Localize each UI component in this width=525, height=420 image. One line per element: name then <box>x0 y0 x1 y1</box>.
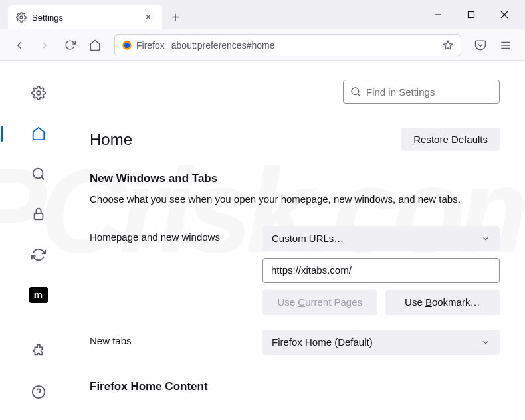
chevron-down-icon <box>481 234 490 243</box>
tab-settings[interactable]: Settings × <box>8 5 162 29</box>
svg-point-11 <box>37 92 41 96</box>
chevron-down-icon <box>481 338 490 347</box>
svg-line-13 <box>41 177 44 179</box>
new-tab-button[interactable]: + <box>165 7 186 28</box>
use-current-pages-button[interactable]: Use Current Pages <box>262 290 377 315</box>
url-text: about:preferences#home <box>171 40 435 51</box>
sidebar-item-general[interactable] <box>24 80 53 107</box>
sidebar: m <box>0 61 76 420</box>
main-panel: Home Restore Defaults New Windows and Ta… <box>76 61 525 420</box>
svg-point-17 <box>352 88 359 95</box>
section-description: Choose what you see when you open your h… <box>90 192 500 207</box>
newtabs-label: New tabs <box>90 330 255 346</box>
homepage-select[interactable]: Custom URLs… <box>262 226 500 251</box>
settings-search[interactable] <box>343 80 500 104</box>
tab-title: Settings <box>32 13 137 23</box>
minimize-button[interactable] <box>423 4 453 25</box>
section-new-windows: New Windows and Tabs <box>90 172 500 185</box>
svg-marker-7 <box>443 41 452 49</box>
page-title: Home <box>90 130 132 149</box>
settings-search-input[interactable] <box>366 86 492 98</box>
gear-icon <box>16 12 27 23</box>
firefox-icon <box>122 40 132 51</box>
newtabs-select-value: Firefox Home (Default) <box>272 336 373 348</box>
svg-point-6 <box>124 43 130 48</box>
url-bar[interactable]: Firefox about:preferences#home <box>114 34 461 56</box>
reload-button[interactable] <box>58 34 81 56</box>
toolbar: Firefox about:preferences#home <box>0 29 525 61</box>
url-prefix: Firefox <box>122 40 165 51</box>
svg-point-12 <box>33 168 43 178</box>
use-bookmark-button[interactable]: Use Bookmark… <box>385 290 500 315</box>
menu-button[interactable] <box>494 34 517 56</box>
svg-line-18 <box>358 94 360 96</box>
svg-point-0 <box>20 16 23 19</box>
sidebar-item-help[interactable] <box>24 377 53 407</box>
forward-button[interactable] <box>33 34 56 56</box>
newtabs-select[interactable]: Firefox Home (Default) <box>262 330 500 355</box>
maximize-button[interactable] <box>456 4 486 25</box>
sidebar-item-search[interactable] <box>24 160 53 187</box>
close-icon[interactable]: × <box>142 11 154 23</box>
svg-rect-14 <box>34 213 43 219</box>
tab-bar: Settings × + <box>0 0 525 29</box>
sidebar-item-extensions[interactable] <box>24 335 53 364</box>
close-window-button[interactable] <box>489 4 520 25</box>
svg-rect-2 <box>469 12 474 18</box>
search-icon <box>350 86 361 97</box>
homepage-url-input[interactable] <box>262 258 500 283</box>
bookmark-star-icon[interactable] <box>442 39 454 51</box>
homepage-select-value: Custom URLs… <box>272 233 344 244</box>
back-button[interactable] <box>8 34 31 56</box>
sidebar-item-home[interactable] <box>24 120 53 148</box>
section-firefox-home-content: Firefox Home Content <box>90 380 500 393</box>
sidebar-item-privacy[interactable] <box>24 201 53 228</box>
homepage-label: Homepage and new windows <box>90 226 255 243</box>
pocket-button[interactable] <box>469 34 492 56</box>
sidebar-item-sync[interactable] <box>24 241 53 268</box>
restore-defaults-button[interactable]: Restore Defaults <box>401 128 500 151</box>
home-button[interactable] <box>84 34 106 56</box>
sidebar-item-more[interactable]: m <box>24 281 53 308</box>
